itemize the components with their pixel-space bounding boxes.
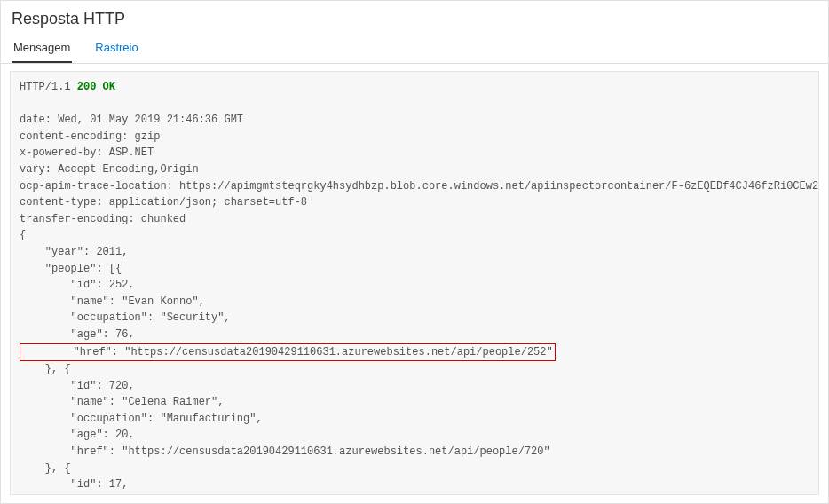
- header-date: date: Wed, 01 May 2019 21:46:36 GMT: [20, 114, 243, 126]
- json-p3-id: "id": 17,: [20, 478, 128, 491]
- json-open: {: [20, 229, 26, 241]
- json-p2-id: "id": 720,: [20, 380, 135, 392]
- highlighted-href: "href": "https://censusdata2019042911063…: [20, 343, 556, 362]
- json-p2-href: "href": "https://censusdata2019042911063…: [20, 445, 550, 458]
- header-transfer-encoding: transfer-encoding: chunked: [20, 213, 186, 225]
- tab-message[interactable]: Mensagem: [12, 34, 72, 63]
- json-p2-age: "age": 20,: [20, 429, 135, 441]
- header-content-encoding: content-encoding: gzip: [20, 130, 160, 143]
- http-proto: HTTP/1.1: [20, 81, 77, 93]
- panel-title: Resposta HTTP: [1, 1, 828, 34]
- header-x-powered-by: x-powered-by: ASP.NET: [20, 146, 154, 159]
- json-p1-name: "name": "Evan Konno",: [20, 295, 205, 308]
- header-trace-location: ocp-apim-trace-location: https://apimgmt…: [20, 180, 819, 193]
- tab-trace[interactable]: Rastreio: [93, 34, 139, 63]
- response-body: HTTP/1.1 200 OK date: Wed, 01 May 2019 2…: [10, 71, 819, 495]
- json-people-open: "people": [{: [20, 263, 122, 275]
- tabs: Mensagem Rastreio: [1, 34, 828, 64]
- json-year: "year": 2011,: [20, 246, 128, 258]
- json-sep2: }, {: [20, 462, 71, 475]
- json-p1-occupation: "occupation": "Security",: [20, 311, 231, 324]
- json-p1-age: "age": 76,: [20, 328, 135, 341]
- json-p2-occupation: "occupation": "Manufacturing",: [20, 413, 263, 425]
- json-p1-id: "id": 252,: [20, 279, 135, 291]
- header-content-type: content-type: application/json; charset=…: [20, 196, 307, 209]
- json-sep1: }, {: [20, 363, 71, 375]
- status-line: HTTP/1.1 200 OK: [20, 81, 115, 93]
- status-code: 200 OK: [77, 81, 115, 93]
- json-p2-name: "name": "Celena Raimer",: [20, 396, 224, 408]
- header-vary: vary: Accept-Encoding,Origin: [20, 163, 199, 176]
